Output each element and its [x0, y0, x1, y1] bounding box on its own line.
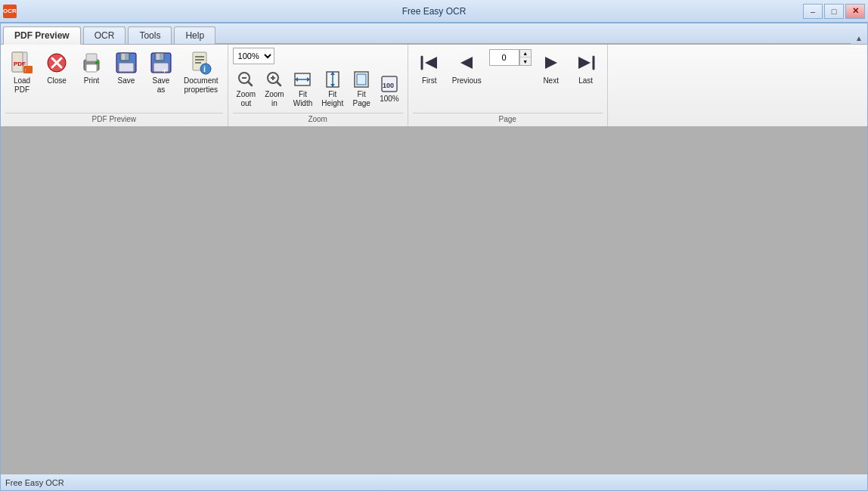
svg-rect-10 — [86, 64, 97, 72]
svg-text:100: 100 — [383, 82, 394, 89]
last-button[interactable]: Last — [569, 48, 603, 89]
zoom-input-row: 100% 50% 75% 125% 150% 200% — [233, 48, 274, 64]
next-icon — [539, 51, 563, 75]
previous-icon — [454, 51, 479, 75]
svg-rect-19 — [157, 54, 160, 60]
next-label: Next — [543, 76, 559, 85]
svg-marker-49 — [545, 57, 557, 69]
load-pdf-icon: PDF ↑ — [10, 51, 34, 75]
svg-line-33 — [277, 82, 281, 85]
svg-line-29 — [248, 82, 252, 85]
previous-label: Previous — [452, 76, 482, 85]
svg-text:+: + — [163, 67, 166, 75]
title-bar-buttons: – □ ✕ — [803, 4, 865, 19]
print-label: Print — [84, 76, 100, 85]
ribbon-group-zoom: 100% 50% 75% 125% 150% 200% — [228, 45, 408, 126]
zoom-in-icon — [265, 70, 284, 89]
fit-page-icon — [352, 70, 370, 89]
save-label: Save — [118, 76, 135, 85]
tab-ocr[interactable]: OCR — [83, 26, 126, 44]
title-bar-title: Free Easy OCR — [402, 6, 467, 17]
previous-button[interactable]: Previous — [448, 48, 486, 89]
page-group-label: Page — [413, 113, 603, 123]
svg-rect-43 — [357, 74, 366, 85]
zoom-select[interactable]: 100% 50% 75% 125% 150% 200% — [233, 48, 274, 64]
zoom-in-label: Zoomin — [265, 90, 284, 108]
svg-point-11 — [95, 61, 98, 64]
last-icon — [574, 51, 598, 75]
fit-page-label: FitPage — [352, 90, 370, 108]
zoom-out-button[interactable]: Zoomout — [233, 67, 260, 111]
ribbon-group-zoom-items: 100% 50% 75% 125% 150% 200% — [233, 48, 403, 111]
document-properties-icon: i — [189, 51, 213, 75]
main-window: PDF Preview OCR Tools Help ▲ PDF ↑ — [0, 23, 868, 491]
page-spinner[interactable]: ▲ ▼ — [519, 49, 532, 66]
page-spinner-up[interactable]: ▲ — [520, 50, 531, 57]
minimize-button[interactable]: – — [803, 4, 823, 19]
document-properties-label: Documentproperties — [184, 76, 219, 95]
save-as-label: Saveas — [153, 76, 170, 95]
first-label: First — [422, 76, 436, 85]
fit-width-button[interactable]: FitWidth — [290, 67, 317, 111]
tab-help[interactable]: Help — [174, 26, 215, 44]
first-icon — [417, 51, 442, 75]
ribbon-group-page-items: First Previous ▲ — [413, 48, 603, 111]
maximize-button[interactable]: □ — [824, 4, 844, 19]
fit-width-label: FitWidth — [293, 90, 313, 108]
svg-text:↑: ↑ — [24, 67, 27, 73]
app-icon: OCR — [3, 5, 17, 18]
save-as-button[interactable]: + Saveas — [144, 48, 178, 98]
ribbon-group-page: First Previous ▲ — [408, 45, 608, 126]
tab-pdf-preview[interactable]: PDF Preview — [3, 26, 81, 45]
zoom-100-button[interactable]: 100 100% — [376, 72, 403, 107]
load-pdf-label: LoadPDF — [14, 76, 30, 95]
title-bar: OCR Free Easy OCR – □ ✕ — [0, 0, 868, 23]
save-as-icon: + — [149, 51, 173, 75]
content-area — [1, 127, 867, 474]
save-button[interactable]: Save — [110, 48, 143, 89]
next-button[interactable]: Next — [535, 48, 568, 89]
tabs-row: PDF Preview OCR Tools Help ▲ — [1, 23, 867, 45]
svg-rect-15 — [122, 54, 125, 60]
zoom-out-label: Zoomout — [237, 90, 256, 108]
close-button[interactable]: Close — [40, 48, 73, 89]
fit-width-icon — [293, 70, 312, 89]
first-button[interactable]: First — [413, 48, 446, 89]
pdf-preview-group-label: PDF Preview — [5, 113, 223, 123]
svg-rect-14 — [119, 63, 134, 72]
status-text: Free Easy OCR — [5, 478, 64, 487]
ribbon-group-pdf-preview-items: PDF ↑ LoadPDF — [5, 48, 223, 111]
page-spinner-down[interactable]: ▼ — [520, 57, 531, 65]
fit-page-button[interactable]: FitPage — [349, 67, 374, 111]
zoom-100-label: 100% — [380, 95, 399, 104]
fit-height-label: FitHeight — [321, 90, 343, 108]
zoom-group-label: Zoom — [233, 113, 403, 123]
close-label: Close — [47, 76, 67, 85]
tab-tools[interactable]: Tools — [128, 26, 172, 44]
zoom-out-icon — [237, 70, 255, 89]
close-doc-icon — [45, 51, 69, 75]
save-icon — [114, 51, 138, 75]
document-properties-button[interactable]: i Documentproperties — [179, 48, 223, 98]
print-button[interactable]: Print — [75, 48, 108, 89]
load-pdf-button[interactable]: PDF ↑ LoadPDF — [5, 48, 39, 98]
zoom-100-icon: 100 — [380, 75, 398, 93]
title-bar-left: OCR — [3, 5, 17, 18]
print-icon — [79, 51, 104, 75]
fit-height-icon — [324, 70, 342, 89]
svg-rect-9 — [86, 54, 97, 61]
svg-text:i: i — [203, 64, 206, 73]
tab-spacer — [215, 43, 851, 44]
svg-marker-48 — [460, 57, 473, 69]
ribbon-collapse-button[interactable]: ▲ — [851, 33, 867, 44]
page-input-container: ▲ ▼ — [488, 48, 533, 67]
status-bar: Free Easy OCR — [1, 474, 867, 490]
svg-marker-47 — [425, 57, 437, 69]
page-number-input[interactable] — [489, 49, 519, 66]
last-label: Last — [578, 76, 593, 85]
zoom-in-button[interactable]: Zoomin — [261, 67, 288, 111]
ribbon-group-pdf-preview: PDF ↑ LoadPDF — [1, 45, 228, 126]
fit-height-button[interactable]: FitHeight — [318, 67, 347, 111]
window-close-button[interactable]: ✕ — [845, 4, 865, 19]
svg-marker-51 — [578, 57, 591, 69]
